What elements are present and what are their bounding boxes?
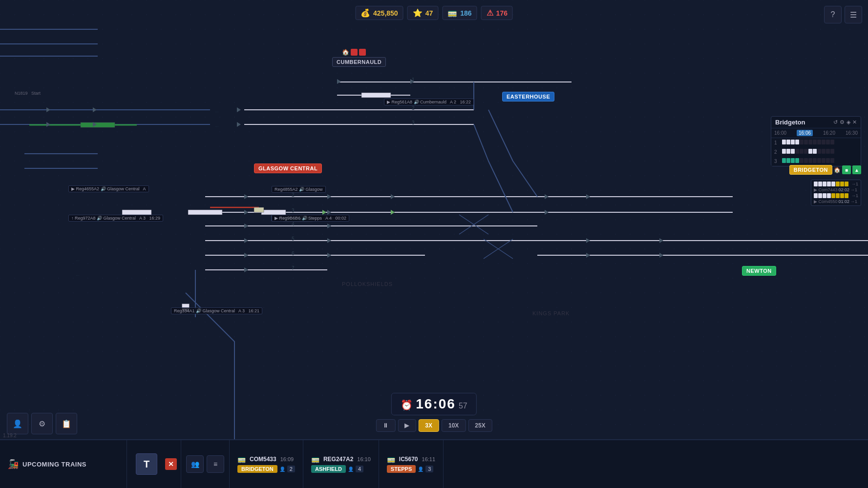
left-network-info: N1819 Start <box>15 91 41 96</box>
train-icon-2: 🚃 <box>311 455 319 463</box>
speed-10x-button[interactable]: 10X <box>442 419 466 432</box>
count-reg247a2: 4 <box>356 466 363 472</box>
bridgeton-panel-actions: ↺ ⚙ ◈ ✕ <box>833 119 857 125</box>
star-icon: ⭐ <box>413 8 423 18</box>
com7443-time: 02:02 <box>839 187 850 192</box>
pause-button[interactable]: ⏸ <box>376 419 395 432</box>
cumbernauld-alerts: 🏠 <box>342 49 366 56</box>
top-hud: 💰 425,850 ⭐ 47 🚃 186 ⚠ 176 <box>355 6 513 20</box>
train-blue-icon: 🚃 <box>447 8 457 18</box>
com7443-label: ▶ Com7443 <box>814 187 838 192</box>
coin-icon: 💰 <box>360 8 370 18</box>
star-count: ⭐ 47 <box>407 6 439 20</box>
speed-3x-button[interactable]: 3X <box>418 419 439 432</box>
train-id-com5433: COM5433 <box>250 456 276 463</box>
bridgeton-refresh[interactable]: ↺ <box>833 119 838 125</box>
gold-balance: 💰 425,850 <box>355 6 403 20</box>
bridgeton-row-2: 2 <box>771 147 861 157</box>
settings-button[interactable]: ⚙ <box>31 413 53 434</box>
count-ic5670: 3 <box>425 466 433 472</box>
bridgeton-sa-1[interactable]: ■ <box>842 165 851 174</box>
dest-badge-stepps: Stepps <box>387 465 416 473</box>
bottom-icon-controls: 👥 ≡ <box>181 440 230 488</box>
train-icon-1: 🚃 <box>237 455 246 463</box>
train-tab-ic5670-header: 🚃 IC5670 16:11 <box>387 455 435 463</box>
alert-red <box>351 49 358 56</box>
version-label: 1.19.2 <box>3 433 17 438</box>
newton-station[interactable]: Newton <box>742 266 776 276</box>
train-tab-com5433[interactable]: 🚃 COM5433 16:09 Bridgeton 👤 2 <box>230 440 303 488</box>
train-info-reg561a8: ▶ Reg561A8 🔊 Cumbernauld A 2 16:22 <box>384 99 474 105</box>
close-upcoming-button[interactable]: ✕ <box>165 458 177 470</box>
t-type-button[interactable]: T <box>136 453 157 475</box>
glasgow-central-area: Glasgow Central 🏠 ■ ▲ <box>254 164 285 173</box>
bridgeton-timeline: 16:00 16:06 16:20 16:30 <box>771 128 861 138</box>
newton-station-area: Newton 🏠 ■ ▲ <box>742 266 770 275</box>
easterhouse-station[interactable]: Easterhouse <box>502 92 554 102</box>
bridgeton-row-1: 1 <box>771 138 861 147</box>
train-info-reg4855a2-2: Reg4855A2 🔊 Glasgow <box>272 186 326 193</box>
upcoming-trains-section: 🚂 Upcoming Trains <box>0 440 127 488</box>
bridgeton-close[interactable]: ✕ <box>852 119 857 125</box>
speed-25x-button[interactable]: 25X <box>468 419 492 432</box>
train-tab-com5433-header: 🚃 COM5433 16:09 <box>237 455 295 463</box>
sort-button[interactable]: ≡ <box>207 455 224 473</box>
speed-controls: ⏸ ▶ 3X 10X 25X <box>376 419 492 432</box>
count-com5433: 2 <box>287 466 295 472</box>
bridgeton-settings[interactable]: ⚙ <box>840 119 845 125</box>
alert-train-icon: ⚠ <box>487 8 493 18</box>
person-icon-1: 👤 <box>279 467 285 472</box>
train-tab-ic5670[interactable]: 🚃 IC5670 16:11 Stepps 👤 3 <box>379 440 444 488</box>
bridgeton-panel: Bridgeton ↺ ⚙ ◈ ✕ 16:00 16:06 16:20 16:3… <box>771 116 861 166</box>
person-icon-2: 👤 <box>348 467 354 472</box>
top-right-controls: ? ☰ <box>824 6 862 23</box>
pollokshields-label: Pollokshields <box>342 281 393 287</box>
train-time-com5433: 16:09 <box>280 456 294 462</box>
alert-icon-1: 🏠 <box>342 49 349 56</box>
bridgeton-station-label[interactable]: Bridgeton <box>789 165 832 175</box>
upcoming-icon: 🚂 <box>8 459 19 469</box>
clock-icon: ⏰ <box>401 399 413 411</box>
upcoming-title: Upcoming Trains <box>22 461 86 468</box>
cumbernauld-station-label[interactable]: Cumbernauld <box>332 57 386 67</box>
bridgeton-train-block-panel: →1 ▶ Com7443 02:02 →1 →1 ▶ Com4550 01:02… <box>811 180 861 206</box>
red-train-count: ⚠ 176 <box>481 6 513 20</box>
play-button[interactable]: ▶ <box>398 419 416 432</box>
train-id-reg247a2: REG247A2 <box>323 456 353 463</box>
filter-button[interactable]: 👥 <box>186 455 204 473</box>
train-tab-reg247a2[interactable]: 🚃 REG247A2 16:10 Ashfield 👤 4 <box>303 440 379 488</box>
menu-button[interactable]: ☰ <box>845 6 862 23</box>
glasgow-central-station[interactable]: Glasgow Central <box>254 163 322 173</box>
train-info-reg9b6b6: ▶ Reg9B6B6 🔊 Stepps A 4 00:02 <box>272 215 349 222</box>
train-dest-reg247a2: Ashfield 👤 4 <box>311 465 371 473</box>
dest-badge-bridgeton: Bridgeton <box>237 465 277 473</box>
train-icon-3: 🚃 <box>387 455 395 463</box>
bottom-panel: 🚂 Upcoming Trains T ✕ 👥 ≡ 🚃 COM5433 16:0… <box>0 439 868 488</box>
train-time-reg247a2: 16:10 <box>357 456 371 462</box>
blue-train-count: 🚃 186 <box>442 6 477 20</box>
train-info-reg4655a2: ▶ Reg4655A2 🔊 Glasgow Central A <box>68 185 149 192</box>
train-info-reg972a8: ↑ Reg972A8 🔊 Glasgow Central A 3 16:29 <box>68 215 163 222</box>
cumbernauld-area: 🏠 Cumbernauld 🏠 ▶ ▲ <box>332 49 366 66</box>
schedule-button[interactable]: 📋 <box>56 413 77 434</box>
cumbernauld-station-row: Cumbernauld 🏠 ▶ ▲ <box>332 58 366 66</box>
com4550-time: 01:02 <box>839 199 850 204</box>
help-button[interactable]: ? <box>824 6 842 23</box>
train-time-ic5670: 16:11 <box>422 456 436 462</box>
train-info-reg334a1: Reg334A1 🔊 Glasgow Central A 3 16:21 <box>171 307 262 314</box>
clock-speed-area: ⏰ 16:06 57 ⏸ ▶ 3X 10X 25X <box>376 393 492 432</box>
person-icon-3: 👤 <box>418 467 423 472</box>
t-button-area: T ✕ <box>127 440 181 488</box>
alert-red-2 <box>359 49 366 56</box>
people-button[interactable]: 👤 <box>7 413 28 434</box>
bridgeton-home-icon: 🏠 <box>834 167 841 173</box>
train-dest-com5433: Bridgeton 👤 2 <box>237 465 295 473</box>
bridgeton-station-area: Bridgeton 🏠 ■ ▲ <box>789 165 861 175</box>
dest-badge-ashfield: Ashfield <box>311 465 346 473</box>
clock-display: ⏰ 16:06 57 <box>391 393 476 415</box>
left-bottom-controls: 👤 ⚙ 📋 <box>7 413 77 434</box>
train-tab-reg247a2-header: 🚃 REG247A2 16:10 <box>311 455 371 463</box>
bridgeton-sa-2[interactable]: ▲ <box>852 165 861 174</box>
com4550-label: ▶ Com4550 <box>814 199 838 204</box>
bridgeton-pin[interactable]: ◈ <box>847 119 850 125</box>
